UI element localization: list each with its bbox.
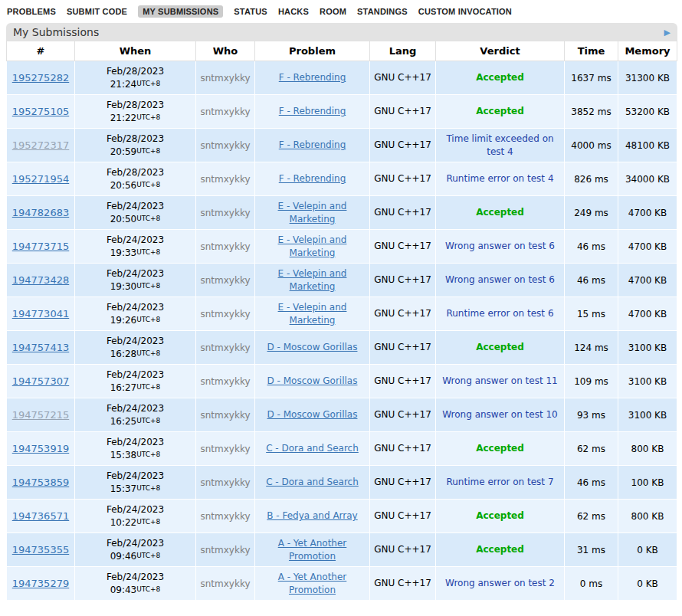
submission-id-link[interactable]: 194773715 xyxy=(12,241,69,252)
memory-cell: 0 KB xyxy=(618,567,677,601)
nav-item-submit-code[interactable]: SUBMIT CODE xyxy=(67,7,127,16)
author-link[interactable]: sntmxykky xyxy=(200,241,250,252)
problem-link[interactable]: C - Dora and Search xyxy=(266,477,359,487)
problem-link[interactable]: A - Yet Another Promotion xyxy=(278,572,347,595)
author-link[interactable]: sntmxykky xyxy=(200,106,250,117)
submission-row: 194735355 Feb/24/2023 09:46UTC+8 sntmxyk… xyxy=(7,533,677,567)
submission-id-cell: 194782683 xyxy=(7,196,75,230)
my-submissions-panel: My Submissions ▶ #WhenWhoProblemLangVerd… xyxy=(6,23,677,601)
nav-item-hacks[interactable]: HACKS xyxy=(278,7,309,16)
nav-item-my-submissions[interactable]: MY SUBMISSIONS xyxy=(138,5,223,18)
submission-row: 194782683 Feb/24/2023 20:50UTC+8 sntmxyk… xyxy=(7,196,677,230)
submission-id-cell: 194735279 xyxy=(7,567,75,601)
panel-header: My Submissions ▶ xyxy=(6,23,677,41)
timezone-label: UTC+8 xyxy=(136,248,160,256)
author-link[interactable]: sntmxykky xyxy=(200,511,250,522)
verdict-text: Time limit exceeded on test 4 xyxy=(438,133,562,157)
expand-arrow-icon[interactable]: ▶ xyxy=(664,28,671,37)
problem-link[interactable]: F - Rebrending xyxy=(279,173,346,184)
author-link[interactable]: sntmxykky xyxy=(200,208,250,218)
verdict-cell: Wrong answer on test 6 xyxy=(436,264,565,297)
submission-id-link[interactable]: 194753859 xyxy=(12,477,69,488)
language-cell: GNU C++17 xyxy=(370,365,436,398)
problem-link[interactable]: C - Dora and Search xyxy=(266,443,359,454)
timezone-label: UTC+8 xyxy=(136,316,160,323)
problem-link[interactable]: F - Rebrending xyxy=(279,139,346,150)
author-link[interactable]: sntmxykky xyxy=(200,73,250,84)
submission-id-link[interactable]: 194753919 xyxy=(12,443,69,454)
author-link[interactable]: sntmxykky xyxy=(200,477,250,488)
submission-row: 194736571 Feb/24/2023 10:22UTC+8 sntmxyk… xyxy=(7,500,677,533)
submission-when-cell: Feb/28/2023 21:22UTC+8 xyxy=(75,95,196,129)
submission-time: 16:27UTC+8 xyxy=(77,382,193,395)
verdict-text: Accepted xyxy=(476,510,524,522)
problem-link[interactable]: E - Velepin and Marketing xyxy=(278,302,347,325)
submission-when-cell: Feb/24/2023 15:38UTC+8 xyxy=(75,432,196,466)
nav-item-custom-invocation[interactable]: CUSTOM INVOCATION xyxy=(418,7,512,16)
submission-id-cell: 194773041 xyxy=(7,297,75,331)
contest-nav: PROBLEMSSUBMIT CODEMY SUBMISSIONSSTATUSH… xyxy=(0,0,682,21)
author-link[interactable]: sntmxykky xyxy=(200,376,250,387)
memory-cell: 4700 KB xyxy=(618,196,677,230)
verdict-cell: Accepted xyxy=(436,61,565,95)
author-link[interactable]: sntmxykky xyxy=(200,174,250,185)
submission-id-link[interactable]: 194773428 xyxy=(12,274,69,286)
problem-link[interactable]: D - Moscow Gorillas xyxy=(267,409,358,420)
problem-link[interactable]: D - Moscow Gorillas xyxy=(267,375,358,386)
submission-id-link[interactable]: 194757307 xyxy=(12,375,69,387)
exec-time-cell: 31 ms xyxy=(565,533,618,567)
problem-link[interactable]: E - Velepin and Marketing xyxy=(278,268,347,291)
submission-id-cell: 195272317 xyxy=(7,129,75,162)
submission-when-cell: Feb/24/2023 15:37UTC+8 xyxy=(75,466,196,500)
submission-id-link[interactable]: 194757413 xyxy=(12,342,69,353)
submission-id-cell: 195275282 xyxy=(7,61,75,95)
submission-id-link[interactable]: 194735355 xyxy=(12,544,69,555)
author-link[interactable]: sntmxykky xyxy=(200,275,250,286)
author-link[interactable]: sntmxykky xyxy=(200,342,250,353)
nav-item-standings[interactable]: STANDINGS xyxy=(357,7,408,16)
language-cell: GNU C++17 xyxy=(370,500,436,533)
problem-link[interactable]: F - Rebrending xyxy=(279,72,346,83)
submission-id-link[interactable]: 194773041 xyxy=(12,308,69,319)
author-link[interactable]: sntmxykky xyxy=(200,578,250,589)
submission-id-link[interactable]: 194782683 xyxy=(12,207,69,218)
author-cell: sntmxykky xyxy=(196,230,255,264)
submission-date: Feb/28/2023 xyxy=(77,65,193,78)
problem-link[interactable]: E - Velepin and Marketing xyxy=(278,201,347,224)
submission-row: 194753859 Feb/24/2023 15:37UTC+8 sntmxyk… xyxy=(7,466,677,500)
verdict-cell: Wrong answer on test 11 xyxy=(436,365,565,398)
submission-id-link[interactable]: 194735279 xyxy=(12,578,69,589)
exec-time-cell: 46 ms xyxy=(565,264,618,297)
submission-id-link[interactable]: 194736571 xyxy=(12,510,69,522)
author-link[interactable]: sntmxykky xyxy=(200,140,250,151)
submission-id-link[interactable]: 195275105 xyxy=(12,106,69,117)
author-link[interactable]: sntmxykky xyxy=(200,410,250,421)
author-link[interactable]: sntmxykky xyxy=(200,545,250,555)
problem-link[interactable]: E - Velepin and Marketing xyxy=(278,234,347,257)
verdict-text: Accepted xyxy=(476,206,524,218)
nav-item-room[interactable]: ROOM xyxy=(320,7,346,16)
problem-link[interactable]: B - Fedya and Array xyxy=(267,510,357,521)
submission-id-link[interactable]: 194757215 xyxy=(12,409,69,421)
language-cell: GNU C++17 xyxy=(370,432,436,466)
submission-id-link[interactable]: 195272317 xyxy=(12,139,69,151)
problem-link[interactable]: A - Yet Another Promotion xyxy=(278,538,347,561)
submission-when-cell: Feb/24/2023 16:27UTC+8 xyxy=(75,365,196,398)
problem-cell: F - Rebrending xyxy=(255,129,370,162)
exec-time-cell: 0 ms xyxy=(565,567,618,601)
submission-row: 195275282 Feb/28/2023 21:24UTC+8 sntmxyk… xyxy=(7,61,677,95)
problem-link[interactable]: D - Moscow Gorillas xyxy=(267,342,358,352)
submission-id-link[interactable]: 195271954 xyxy=(12,173,69,185)
column-header: Who xyxy=(196,41,255,61)
column-header: Problem xyxy=(255,41,370,61)
submission-when-cell: Feb/24/2023 20:50UTC+8 xyxy=(75,196,196,230)
timezone-label: UTC+8 xyxy=(136,147,160,155)
submission-date: Feb/28/2023 xyxy=(77,99,193,112)
nav-item-problems[interactable]: PROBLEMS xyxy=(7,7,56,16)
author-link[interactable]: sntmxykky xyxy=(200,444,250,454)
author-link[interactable]: sntmxykky xyxy=(200,309,250,319)
nav-item-status[interactable]: STATUS xyxy=(234,7,267,16)
submission-id-link[interactable]: 195275282 xyxy=(12,72,69,84)
problem-cell: D - Moscow Gorillas xyxy=(255,398,370,432)
problem-link[interactable]: F - Rebrending xyxy=(279,106,346,116)
